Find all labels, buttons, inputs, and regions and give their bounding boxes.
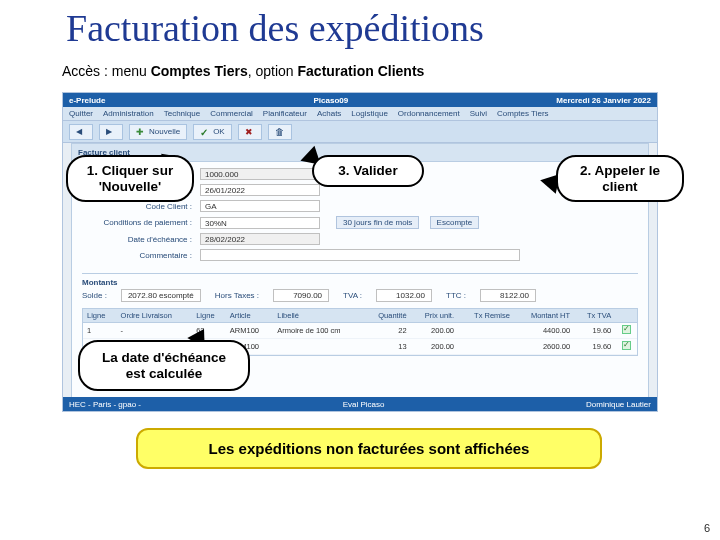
- app-toolbar: Nouvelle OK: [63, 121, 657, 143]
- chevron-left-icon: [76, 127, 86, 137]
- menu-item[interactable]: Ordonnancement: [398, 109, 460, 118]
- cell-discount: [458, 323, 514, 339]
- menu-item[interactable]: Achats: [317, 109, 341, 118]
- payment-terms-label: Conditions de paiement :: [82, 218, 192, 227]
- callout-step-2: 2. Appeler le client: [556, 155, 684, 202]
- cell-tva: 19.60: [574, 339, 615, 355]
- grid-row[interactable]: 1 - 62 ARM100 Armoire de 100 cm 22 200.0…: [83, 323, 637, 339]
- tva-value: 1032.00: [376, 289, 432, 302]
- ht-value: 7090.00: [273, 289, 329, 302]
- ttc-label: TTC :: [446, 291, 466, 300]
- grid-header[interactable]: Quantité: [364, 309, 410, 323]
- checkbox-icon: [622, 341, 631, 350]
- cell-ht: 4400.00: [514, 323, 574, 339]
- cell-article: ARM100: [226, 323, 273, 339]
- status-center: Eval Picaso: [343, 400, 385, 409]
- cell-price: 200.00: [411, 339, 458, 355]
- menu-item[interactable]: Administration: [103, 109, 154, 118]
- grid-header[interactable]: Libellé: [273, 309, 364, 323]
- due-date-label: Date d'échéance :: [82, 235, 192, 244]
- slide-title: Facturation des expéditions: [66, 6, 484, 50]
- cell-label: Armoire de 100 cm: [273, 323, 364, 339]
- app-title-right: Mercredi 26 Janvier 2022: [556, 96, 651, 105]
- grid-header[interactable]: Tx Remise: [458, 309, 514, 323]
- discount-chip: Escompte: [430, 216, 480, 229]
- new-button[interactable]: Nouvelle: [129, 124, 187, 140]
- cell-check[interactable]: [615, 323, 637, 339]
- cell-line: 1: [83, 323, 117, 339]
- menu-item[interactable]: Planificateur: [263, 109, 307, 118]
- app-menubar: Quitter Administration Technique Commerc…: [63, 107, 657, 121]
- menu-item[interactable]: Suivi: [470, 109, 487, 118]
- delete-button[interactable]: [268, 124, 292, 140]
- due-date-field: 28/02/2022: [200, 233, 320, 245]
- menu-item[interactable]: Quitter: [69, 109, 93, 118]
- payment-terms-chip: 30 jours fin de mois: [336, 216, 419, 229]
- plus-icon: [136, 127, 146, 137]
- ok-button[interactable]: OK: [193, 124, 232, 140]
- balance-label: Solde :: [82, 291, 107, 300]
- new-button-label: Nouvelle: [149, 127, 180, 136]
- tva-label: TVA :: [343, 291, 362, 300]
- cell-tva: 19.60: [574, 323, 615, 339]
- page-number: 6: [704, 522, 710, 534]
- app-title-center: Picaso09: [314, 96, 349, 105]
- ht-label: Hors Taxes :: [215, 291, 259, 300]
- menu-item[interactable]: Commercial: [210, 109, 253, 118]
- cell-qty: 13: [364, 339, 410, 355]
- grid-header[interactable]: Montant HT: [514, 309, 574, 323]
- grid-header[interactable]: Article: [226, 309, 273, 323]
- status-right: Dominique Lautier: [586, 400, 651, 409]
- grid-header[interactable]: Ligne: [192, 309, 226, 323]
- next-button[interactable]: [99, 124, 123, 140]
- grid-header[interactable]: Tx TVA: [574, 309, 615, 323]
- app-title-left: e-Prelude: [69, 96, 105, 105]
- subtitle-option: Facturation Clients: [298, 63, 425, 79]
- invoice-number-field: 1000.000: [200, 168, 320, 180]
- slide-subtitle: Accès : menu Comptes Tiers, option Factu…: [62, 63, 424, 79]
- comment-label: Commentaire :: [82, 251, 192, 260]
- grid-header-row: Ligne Ordre Livraison Ligne Article Libe…: [83, 309, 637, 323]
- client-code-field[interactable]: GA: [200, 200, 320, 212]
- ok-button-label: OK: [213, 127, 225, 136]
- x-icon: [245, 127, 255, 137]
- subtitle-menu: Comptes Tiers: [151, 63, 248, 79]
- cell-discount: [458, 339, 514, 355]
- ttc-value: 8122.00: [480, 289, 536, 302]
- cell-ht: 2600.00: [514, 339, 574, 355]
- invoice-date-field[interactable]: 26/01/2022: [200, 184, 320, 196]
- client-code-label: Code Client :: [82, 202, 192, 211]
- prev-button[interactable]: [69, 124, 93, 140]
- payment-terms-field[interactable]: 30%N: [200, 217, 320, 229]
- balance-value: 2072.80 escompté: [121, 289, 201, 302]
- highlight-banner: Les expéditions non facturées sont affic…: [136, 428, 602, 469]
- check-icon: [200, 127, 210, 137]
- app-titlebar: e-Prelude Picaso09 Mercredi 26 Janvier 2…: [63, 93, 657, 107]
- grid-header[interactable]: Prix unit.: [411, 309, 458, 323]
- app-statusbar: HEC - Paris - gpao - Eval Picaso Dominiq…: [63, 397, 657, 411]
- cell-qty: 22: [364, 323, 410, 339]
- callout-step-3: 3. Valider: [312, 155, 424, 187]
- callout-step-1: 1. Cliquer sur 'Nouvelle': [66, 155, 194, 202]
- subtitle-mid: , option: [248, 63, 298, 79]
- trash-icon: [275, 127, 285, 137]
- cell-order: -: [117, 323, 193, 339]
- comment-field[interactable]: [200, 249, 520, 261]
- checkbox-icon: [622, 325, 631, 334]
- cell-check[interactable]: [615, 339, 637, 355]
- callout-note-due-date: La date d'échéance est calculée: [78, 340, 250, 391]
- discard-button[interactable]: [238, 124, 262, 140]
- menu-item[interactable]: Logistique: [351, 109, 387, 118]
- chevron-right-icon: [106, 127, 116, 137]
- cell-price: 200.00: [411, 323, 458, 339]
- grid-header: [615, 309, 637, 323]
- amounts-section-header: Montants: [82, 273, 638, 287]
- menu-item[interactable]: Technique: [164, 109, 200, 118]
- menu-item[interactable]: Comptes Tiers: [497, 109, 549, 118]
- grid-header[interactable]: Ordre Livraison: [117, 309, 193, 323]
- amounts-row: Solde : 2072.80 escompté Hors Taxes : 70…: [82, 289, 638, 302]
- cell-label: [273, 339, 364, 355]
- status-left: HEC - Paris - gpao -: [69, 400, 141, 409]
- grid-header[interactable]: Ligne: [83, 309, 117, 323]
- subtitle-prefix: Accès : menu: [62, 63, 151, 79]
